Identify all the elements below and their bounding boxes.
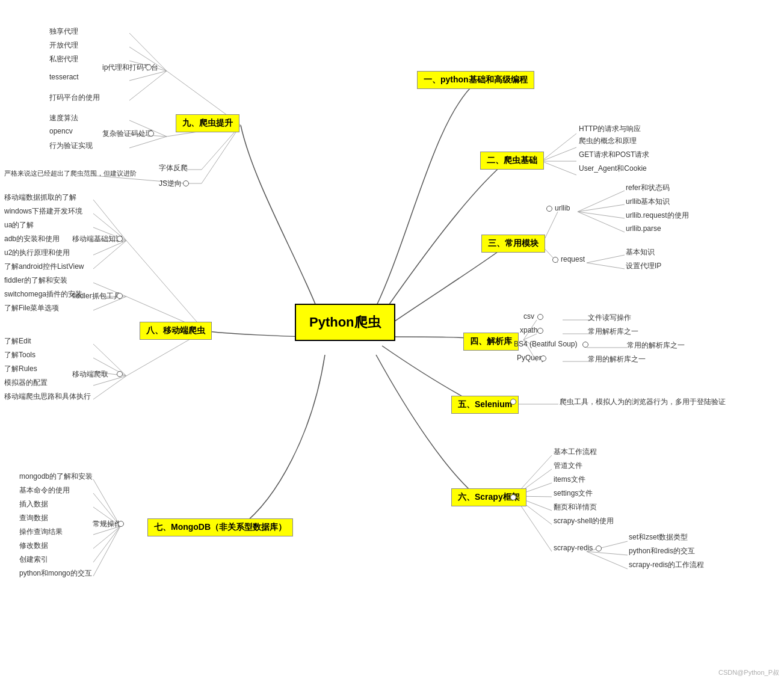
b2-c3: GET请求和POST请求 xyxy=(578,149,650,161)
b8-c2: windows下搭建开发环境 xyxy=(3,206,84,217)
b9-js-desc: 严格来说这已经超出了爬虫范围，但建议进阶 xyxy=(3,168,138,179)
b7-c3: 插入数据 xyxy=(18,499,49,510)
branch-7: 七、MongoDB（非关系型数据库） xyxy=(147,518,293,536)
svg-line-70 xyxy=(202,125,241,183)
svg-line-10 xyxy=(587,255,625,263)
b6-r1: set和zset数据类型 xyxy=(628,532,689,543)
b9-c7: opencv xyxy=(48,126,74,136)
b9-c5: 打码平台的使用 xyxy=(48,92,101,103)
b6-c5: 翻页和详情页 xyxy=(552,502,598,513)
b9-js: JS逆向 xyxy=(158,178,183,189)
svg-line-3 xyxy=(542,161,576,175)
b8-c14: 移动端爬虫思路和具体执行 xyxy=(3,391,92,402)
watermark: CSDN@Python_P叔 xyxy=(718,668,779,677)
svg-line-6 xyxy=(578,204,625,212)
b4-c4: 常用的解析库之一 xyxy=(587,354,647,365)
svg-line-0 xyxy=(542,134,576,161)
branch-8: 八、移动端爬虫 xyxy=(140,322,212,340)
b9-c6: 速度算法 xyxy=(48,112,79,124)
b8-c6: 了解android控件ListView xyxy=(3,261,85,272)
b6-r2: python和redis的交互 xyxy=(628,545,696,557)
b6-c1: 基本工作流程 xyxy=(552,446,598,458)
branch-5: 五、Selenium xyxy=(451,396,519,414)
branch-3: 三、常用模块 xyxy=(481,235,545,253)
b6-c4: settings文件 xyxy=(552,488,594,499)
b8-c4: adb的安装和使用 xyxy=(3,233,61,245)
b8-c8: switchomega插件的安装 xyxy=(3,289,84,300)
svg-line-46 xyxy=(93,241,126,269)
b7-c5: 操作查询结果 xyxy=(18,526,64,538)
b9-c2: 开放代理 xyxy=(48,40,79,51)
b8-mobile-crawl: 移动端爬取 xyxy=(71,369,110,380)
b9-c8: 行为验证实现 xyxy=(48,140,94,152)
b7-c6: 修改数据 xyxy=(18,540,49,551)
b3-c5: 基本知识 xyxy=(625,247,656,258)
svg-line-5 xyxy=(578,191,625,212)
b4-bs4: BS4 (Beatiful Soup) xyxy=(513,339,578,349)
b7-c4: 查询数据 xyxy=(18,512,49,524)
b8-mobile-basic: 移动端基础知识 xyxy=(71,233,124,245)
b3-c4: urllib.parse xyxy=(625,224,662,233)
b8-c7: fiddler的了解和安装 xyxy=(3,275,69,286)
b9-c4: tesseract xyxy=(48,72,80,82)
svg-line-39 xyxy=(93,526,120,576)
b2-c4: User_Agent和Cookie xyxy=(578,163,648,174)
b4-c2: 常用解析库之一 xyxy=(587,326,640,337)
svg-line-62 xyxy=(129,71,167,100)
b4-c3: 常用的解析库之一 xyxy=(626,340,686,351)
b8-c11: 了解Tools xyxy=(3,349,37,361)
b6-redis: scrapy-redis xyxy=(552,543,594,553)
b6-r3: scrapy-redis的工作流程 xyxy=(628,559,705,571)
svg-line-38 xyxy=(93,526,120,562)
b3-urllib: urllib xyxy=(554,203,571,213)
b3-request: request xyxy=(560,254,586,264)
b6-c2: 管道文件 xyxy=(552,460,584,472)
b3-c1: refer和状态码 xyxy=(625,182,671,194)
b8-c1: 移动端数据抓取的了解 xyxy=(3,192,78,203)
branch-1: 一、python基础和高级编程 xyxy=(417,71,534,89)
b5-c1: 爬虫工具，模拟人为的浏览器行为，多用于登陆验证 xyxy=(558,396,727,408)
b8-c3: ua的了解 xyxy=(3,220,35,231)
svg-line-11 xyxy=(587,263,625,269)
b7-c7: 创建索引 xyxy=(18,554,49,565)
branch-2: 二、爬虫基础 xyxy=(480,152,544,170)
b9-c3: 私密代理 xyxy=(48,54,79,65)
b3-c6: 设置代理IP xyxy=(625,260,662,272)
b6-c6: scrapy-shell的使用 xyxy=(552,515,615,527)
b3-c3: urllib.request的使用 xyxy=(625,210,690,221)
b7-c1: mongodb的了解和安装 xyxy=(18,471,94,482)
svg-line-1 xyxy=(542,147,576,161)
branch-4: 四、解析库 xyxy=(463,333,519,351)
b7-c8: python和mongo的交互 xyxy=(18,568,93,579)
b9-captcha: 复杂验证码处理 xyxy=(101,128,154,140)
b3-c2: urllib基本知识 xyxy=(625,196,671,207)
b9-font: 字体反爬 xyxy=(158,162,189,174)
b2-c2: 爬虫的概念和原理 xyxy=(578,135,638,147)
b8-c13: 模拟器的配置 xyxy=(3,377,49,389)
b8-c10: 了解Edit xyxy=(3,336,32,347)
b9-c1: 独享代理 xyxy=(48,26,79,37)
b4-c1: 文件读写操作 xyxy=(587,312,632,324)
b8-c12: 了解Rules xyxy=(3,363,39,375)
b4-csv: csv xyxy=(522,312,536,321)
center-node: Python爬虫 xyxy=(295,304,395,341)
b8-c9: 了解File菜单选项 xyxy=(3,303,60,314)
svg-line-30 xyxy=(587,551,628,569)
b7-c2: 基本命令的使用 xyxy=(18,485,71,496)
branch-9: 九、爬虫提升 xyxy=(176,114,239,132)
b8-c5: u2的执行原理和使用 xyxy=(3,247,71,259)
svg-line-40 xyxy=(126,241,205,331)
b4-xpath: xpath xyxy=(519,325,539,335)
b6-c3: items文件 xyxy=(552,474,587,485)
b2-c1: HTTP的请求与响应 xyxy=(578,123,642,135)
